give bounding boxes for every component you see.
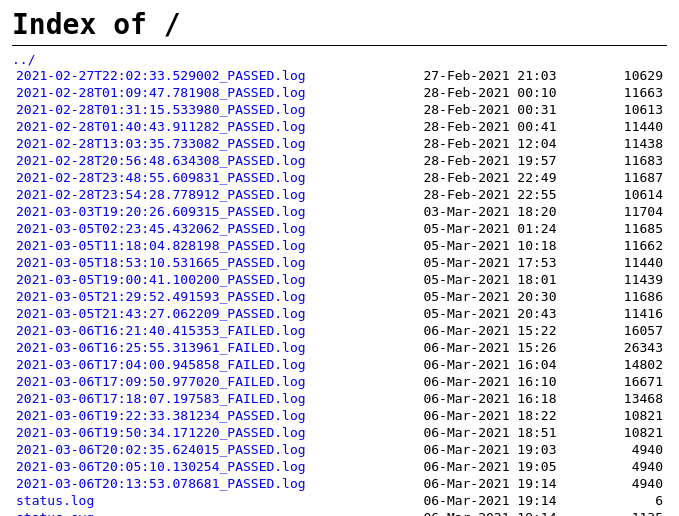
file-link[interactable]: 2021-03-03T19:20:26.609315_PASSED.log: [16, 204, 306, 219]
file-date: 06-Mar-2021 19:05: [340, 458, 577, 475]
file-link[interactable]: 2021-03-06T17:04:00.945858_FAILED.log: [16, 357, 306, 372]
file-date: 28-Feb-2021 00:31: [340, 101, 577, 118]
file-size: 10613: [576, 101, 667, 118]
file-link[interactable]: 2021-03-05T21:43:27.062209_PASSED.log: [16, 306, 306, 321]
table-row: 2021-02-28T01:09:47.781908_PASSED.log28-…: [12, 84, 667, 101]
file-date: 03-Mar-2021 18:20: [340, 203, 577, 220]
file-date: 28-Feb-2021 22:55: [340, 186, 577, 203]
file-size: 16057: [576, 322, 667, 339]
table-row: 2021-03-06T16:21:40.415353_FAILED.log06-…: [12, 322, 667, 339]
file-size: 10821: [576, 407, 667, 424]
file-size: 6: [576, 492, 667, 509]
parent-dir-link[interactable]: ../: [12, 52, 35, 67]
table-row: 2021-02-28T01:31:15.533980_PASSED.log28-…: [12, 101, 667, 118]
file-date: 05-Mar-2021 10:18: [340, 237, 577, 254]
file-date: 28-Feb-2021 12:04: [340, 135, 577, 152]
file-link[interactable]: 2021-03-05T21:29:52.491593_PASSED.log: [16, 289, 306, 304]
file-link[interactable]: status.log: [16, 493, 94, 508]
file-size: 11685: [576, 220, 667, 237]
file-link[interactable]: 2021-03-06T20:02:35.624015_PASSED.log: [16, 442, 306, 457]
file-size: 16671: [576, 373, 667, 390]
page-title: Index of /: [12, 8, 667, 46]
file-link[interactable]: 2021-03-06T16:25:55.313961_FAILED.log: [16, 340, 306, 355]
file-date: 05-Mar-2021 01:24: [340, 220, 577, 237]
table-row: status.svg06-Mar-2021 19:141135: [12, 509, 667, 516]
table-row: 2021-02-28T23:48:55.609831_PASSED.log28-…: [12, 169, 667, 186]
file-date: 28-Feb-2021 19:57: [340, 152, 577, 169]
file-size: 10614: [576, 186, 667, 203]
file-date: 06-Mar-2021 15:22: [340, 322, 577, 339]
file-size: 10629: [576, 67, 667, 84]
file-link[interactable]: 2021-03-06T16:21:40.415353_FAILED.log: [16, 323, 306, 338]
file-date: 06-Mar-2021 19:14: [340, 492, 577, 509]
file-date: 05-Mar-2021 17:53: [340, 254, 577, 271]
file-size: 4940: [576, 458, 667, 475]
file-link[interactable]: 2021-02-28T01:40:43.911282_PASSED.log: [16, 119, 306, 134]
table-row: 2021-03-05T18:53:10.531665_PASSED.log05-…: [12, 254, 667, 271]
file-size: 11416: [576, 305, 667, 322]
file-link[interactable]: 2021-02-28T20:56:48.634308_PASSED.log: [16, 153, 306, 168]
table-row: 2021-03-06T20:05:10.130254_PASSED.log06-…: [12, 458, 667, 475]
file-size: 11438: [576, 135, 667, 152]
file-date: 27-Feb-2021 21:03: [340, 67, 577, 84]
file-link[interactable]: 2021-03-06T19:50:34.171220_PASSED.log: [16, 425, 306, 440]
file-date: 28-Feb-2021 00:10: [340, 84, 577, 101]
table-row: 2021-03-06T17:18:07.197583_FAILED.log06-…: [12, 390, 667, 407]
file-date: 28-Feb-2021 22:49: [340, 169, 577, 186]
file-link[interactable]: status.svg: [16, 510, 94, 516]
file-link[interactable]: 2021-03-06T17:09:50.977020_FAILED.log: [16, 374, 306, 389]
file-size: 11687: [576, 169, 667, 186]
file-size: 10821: [576, 424, 667, 441]
file-link[interactable]: 2021-02-28T13:03:35.733082_PASSED.log: [16, 136, 306, 151]
table-row: 2021-03-06T20:13:53.078681_PASSED.log06-…: [12, 475, 667, 492]
file-link[interactable]: 2021-02-28T01:31:15.533980_PASSED.log: [16, 102, 306, 117]
file-link[interactable]: 2021-03-06T17:18:07.197583_FAILED.log: [16, 391, 306, 406]
file-link[interactable]: 2021-03-05T18:53:10.531665_PASSED.log: [16, 255, 306, 270]
file-link[interactable]: 2021-03-05T11:18:04.828198_PASSED.log: [16, 238, 306, 253]
table-row: 2021-03-06T17:09:50.977020_FAILED.log06-…: [12, 373, 667, 390]
table-row: 2021-03-05T19:00:41.100200_PASSED.log05-…: [12, 271, 667, 288]
file-date: 06-Mar-2021 18:22: [340, 407, 577, 424]
file-size: 4940: [576, 475, 667, 492]
table-row: 2021-02-28T23:54:28.778912_PASSED.log28-…: [12, 186, 667, 203]
file-date: 06-Mar-2021 16:18: [340, 390, 577, 407]
file-date: 06-Mar-2021 18:51: [340, 424, 577, 441]
file-size: 11439: [576, 271, 667, 288]
table-row: 2021-03-06T19:50:34.171220_PASSED.log06-…: [12, 424, 667, 441]
file-date: 05-Mar-2021 20:30: [340, 288, 577, 305]
file-date: 05-Mar-2021 18:01: [340, 271, 577, 288]
file-date: 06-Mar-2021 19:14: [340, 509, 577, 516]
file-size: 11662: [576, 237, 667, 254]
file-size: 11686: [576, 288, 667, 305]
file-link[interactable]: 2021-03-05T19:00:41.100200_PASSED.log: [16, 272, 306, 287]
file-link[interactable]: 2021-03-06T19:22:33.381234_PASSED.log: [16, 408, 306, 423]
file-size: 14802: [576, 356, 667, 373]
file-link[interactable]: 2021-02-28T23:54:28.778912_PASSED.log: [16, 187, 306, 202]
file-size: 1135: [576, 509, 667, 516]
table-row: 2021-03-06T19:22:33.381234_PASSED.log06-…: [12, 407, 667, 424]
table-row: 2021-03-05T21:29:52.491593_PASSED.log05-…: [12, 288, 667, 305]
file-link[interactable]: 2021-03-06T20:13:53.078681_PASSED.log: [16, 476, 306, 491]
table-row: 2021-03-05T02:23:45.432062_PASSED.log05-…: [12, 220, 667, 237]
file-link[interactable]: 2021-03-06T20:05:10.130254_PASSED.log: [16, 459, 306, 474]
table-row: 2021-03-03T19:20:26.609315_PASSED.log03-…: [12, 203, 667, 220]
table-row: 2021-02-28T13:03:35.733082_PASSED.log28-…: [12, 135, 667, 152]
file-date: 06-Mar-2021 16:10: [340, 373, 577, 390]
file-date: 06-Mar-2021 19:03: [340, 441, 577, 458]
file-size: 26343: [576, 339, 667, 356]
table-row: 2021-03-06T16:25:55.313961_FAILED.log06-…: [12, 339, 667, 356]
file-date: 05-Mar-2021 20:43: [340, 305, 577, 322]
file-link[interactable]: 2021-02-28T23:48:55.609831_PASSED.log: [16, 170, 306, 185]
file-date: 06-Mar-2021 15:26: [340, 339, 577, 356]
file-link[interactable]: 2021-03-05T02:23:45.432062_PASSED.log: [16, 221, 306, 236]
table-row: 2021-03-05T21:43:27.062209_PASSED.log05-…: [12, 305, 667, 322]
file-date: 06-Mar-2021 16:04: [340, 356, 577, 373]
table-row: 2021-03-05T11:18:04.828198_PASSED.log05-…: [12, 237, 667, 254]
file-link[interactable]: 2021-02-28T01:09:47.781908_PASSED.log: [16, 85, 306, 100]
file-size: 11683: [576, 152, 667, 169]
table-row: 2021-03-06T20:02:35.624015_PASSED.log06-…: [12, 441, 667, 458]
file-link[interactable]: 2021-02-27T22:02:33.529002_PASSED.log: [16, 68, 306, 83]
table-row: 2021-02-28T20:56:48.634308_PASSED.log28-…: [12, 152, 667, 169]
file-date: 06-Mar-2021 19:14: [340, 475, 577, 492]
table-row: 2021-03-06T17:04:00.945858_FAILED.log06-…: [12, 356, 667, 373]
